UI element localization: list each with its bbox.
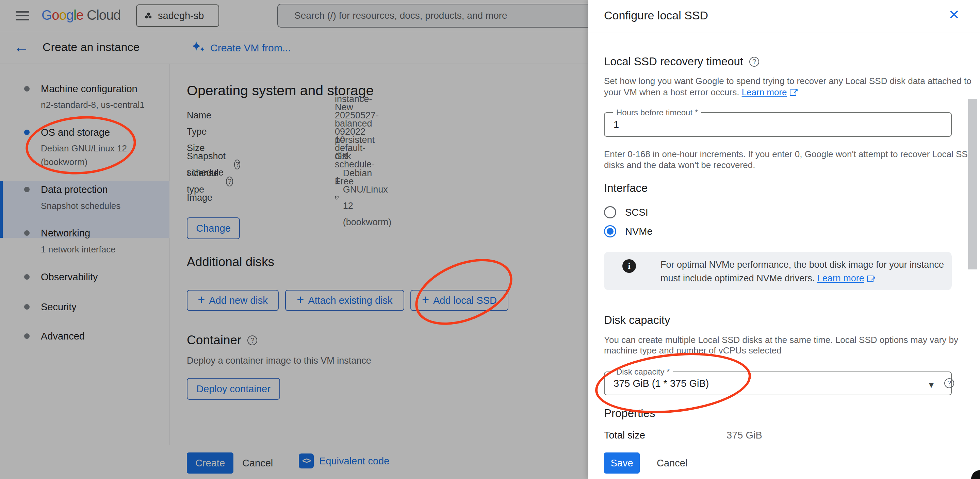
recovery-timeout-title-row: Local SSD recovery timeout xyxy=(604,55,759,68)
properties-title: Properties xyxy=(604,407,655,420)
help-icon[interactable] xyxy=(944,378,954,388)
disk-capacity-title: Disk capacity xyxy=(604,313,670,326)
save-button-label: Save xyxy=(611,458,633,469)
hours-helper-text: Enter 0-168 in one-hour increments. If y… xyxy=(604,149,974,170)
panel-action-bar: Save Cancel xyxy=(588,445,980,479)
help-icon[interactable] xyxy=(749,57,759,67)
configure-local-ssd-panel: Configure local SSD Local SSD recovery t… xyxy=(588,0,980,479)
radio-nvme-label: NVMe xyxy=(625,226,653,237)
learn-more-link[interactable]: Learn more xyxy=(742,87,787,97)
radio-unselected-icon xyxy=(604,206,616,218)
radio-scsi[interactable]: SCSI xyxy=(604,206,648,218)
learn-more-link[interactable]: Learn more xyxy=(817,273,864,283)
radio-scsi-label: SCSI xyxy=(625,207,648,218)
hours-before-timeout-input[interactable] xyxy=(614,119,852,130)
helper-line: disks and the data won't be recovered. xyxy=(604,159,974,170)
scrollbar-thumb[interactable] xyxy=(968,99,977,269)
disk-capacity-description: You can create multiple Local SSD disks … xyxy=(604,335,958,356)
modal-scrim xyxy=(0,0,588,479)
divider xyxy=(588,33,980,33)
save-button[interactable]: Save xyxy=(604,452,640,474)
info-line: For optimal NVMe performance, the boot d… xyxy=(660,259,907,270)
close-icon[interactable] xyxy=(948,7,960,22)
description-line: Set how long you want Google to spend tr… xyxy=(604,76,972,87)
radio-selected-icon xyxy=(604,225,616,237)
description-line: You can create multiple Local SSD disks … xyxy=(604,335,958,345)
recovery-timeout-title: Local SSD recovery timeout xyxy=(604,55,743,68)
total-size-value: 375 GiB xyxy=(727,430,762,441)
nvme-info-text: For optimal NVMe performance, the boot d… xyxy=(660,258,952,285)
helper-line: Enter 0-168 in one-hour increments. If y… xyxy=(604,149,974,159)
nvme-info-banner: For optimal NVMe performance, the boot d… xyxy=(604,252,952,290)
interface-title: Interface xyxy=(604,181,648,194)
info-icon xyxy=(622,259,636,273)
recovery-timeout-description: Set how long you want Google to spend tr… xyxy=(604,76,972,98)
dropdown-arrow-icon[interactable] xyxy=(927,380,935,390)
radio-nvme[interactable]: NVMe xyxy=(604,225,653,237)
panel-title: Configure local SSD xyxy=(604,9,708,22)
description-line: your VM when a host error occurs. xyxy=(604,87,739,97)
external-link-icon xyxy=(790,88,798,96)
total-size-label: Total size xyxy=(604,430,645,441)
description-line: machine type and number of vCPUs selecte… xyxy=(604,345,958,356)
external-link-icon xyxy=(867,274,875,282)
panel-cancel-button[interactable]: Cancel xyxy=(657,458,687,469)
screen: GoogleCloud sadegh-sb ← Create an instan… xyxy=(0,0,980,479)
hours-before-timeout-field: Hours before timeout * xyxy=(604,112,952,137)
disk-capacity-select[interactable]: Disk capacity * 375 GiB (1 * 375 GiB) xyxy=(604,371,952,395)
disk-capacity-select-value: 375 GiB (1 * 375 GiB) xyxy=(614,372,709,395)
